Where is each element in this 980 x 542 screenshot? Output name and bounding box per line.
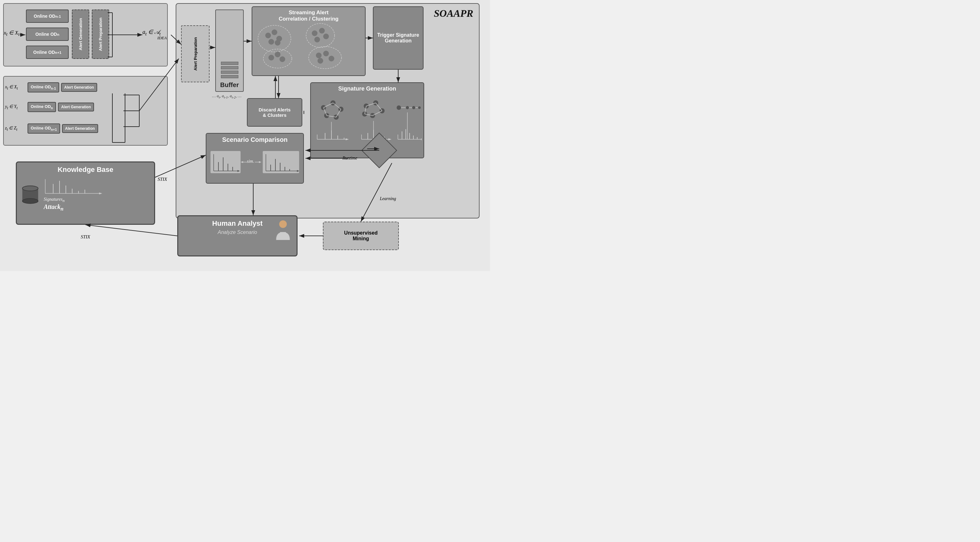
person-icon — [274, 219, 292, 243]
discard-label: Discard Alerts& Clusters — [259, 107, 291, 118]
unsupervised-box: UnsupervisedMining — [323, 222, 399, 250]
od-box-n-top: Online ODn — [26, 27, 69, 41]
svg-point-23 — [314, 37, 320, 42]
svg-point-32 — [318, 58, 323, 64]
alert-b3: Alert Generation — [62, 124, 98, 133]
bottom-row-3: zt ∈ Zt Online ODn+1 Alert Generation — [5, 123, 98, 134]
svg-rect-98 — [263, 151, 299, 173]
clustering-svg — [254, 21, 365, 70]
svg-point-17 — [269, 39, 274, 45]
svg-line-58 — [372, 111, 382, 116]
bottom-inputs-box: xt ∈ Xt Online ODn-1 Alert Generation yt… — [3, 76, 168, 146]
trigger-box: Trigger Signature Generation — [373, 6, 423, 70]
svg-rect-85 — [210, 151, 240, 173]
od-box-n1-top: Online ODn+1 — [26, 46, 69, 59]
idea-label: IDEA — [158, 35, 167, 40]
svg-marker-97 — [259, 161, 261, 163]
human-analyst-box: Human Analyst Analyze Scenario — [177, 215, 298, 257]
sig-gen-title: Signature Generation — [311, 83, 423, 92]
svg-point-107 — [279, 220, 287, 228]
stix-label-1: STIX — [158, 177, 167, 182]
svg-line-38 — [323, 103, 333, 108]
svg-point-3 — [22, 186, 38, 191]
svg-text:sim.: sim. — [247, 159, 254, 164]
buffer-lines — [221, 62, 239, 78]
svg-marker-84 — [421, 138, 422, 140]
xt-label-b1: xt ∈ Xt — [5, 84, 25, 91]
kb-title: Knowledge Base — [17, 163, 154, 174]
od-n1-b3: Online ODn+1 — [27, 123, 60, 134]
svg-point-21 — [319, 28, 325, 33]
svg-point-30 — [323, 51, 329, 56]
svg-rect-108 — [280, 232, 286, 240]
db-icon — [22, 185, 39, 205]
alert-prep-soaapr: Alert Preparation — [181, 26, 210, 82]
svg-line-138 — [86, 225, 177, 236]
svg-point-73 — [412, 106, 415, 109]
buffer-seq: … at, at-1, at-2, … — [212, 93, 241, 99]
kb-box: Knowledge Base — [16, 161, 155, 225]
svg-marker-50 — [346, 138, 349, 140]
svg-point-71 — [406, 106, 409, 109]
yt-label-b2: yt ∈ Yt — [5, 104, 25, 110]
svg-point-69 — [397, 105, 401, 110]
alert-prep-top: Alert Preparation — [92, 10, 109, 59]
svg-point-15 — [272, 29, 277, 35]
svg-point-29 — [316, 53, 321, 58]
svg-line-40 — [336, 109, 341, 117]
trigger-title: Trigger Signature Generation — [376, 32, 420, 44]
diagram-container: SOAAPR Online ODn-1 Online ODn Online OD… — [0, 0, 490, 271]
scenario-title: Scenario Comparison — [206, 134, 303, 143]
svg-line-57 — [376, 103, 382, 111]
svg-point-13 — [258, 26, 291, 52]
discard-box: Discard Alerts& Clusters — [247, 98, 302, 127]
buffer-box: Buffer — [215, 10, 244, 92]
svg-line-39 — [333, 103, 341, 109]
svg-marker-95 — [240, 161, 243, 163]
runtime-label: Runtime — [342, 156, 357, 161]
scenario-box: Scenario Comparison sim. — [206, 133, 304, 183]
svg-point-14 — [265, 33, 271, 38]
alert-gen-top: Alert Generation — [72, 10, 89, 59]
svg-point-28 — [309, 46, 342, 69]
od-n1-b1: Online ODn-1 — [27, 82, 59, 92]
learning-label: Learning — [380, 196, 396, 201]
svg-point-19 — [306, 24, 334, 48]
alert-b1: Alert Generation — [61, 83, 97, 92]
stix-label-2: STIX — [81, 234, 90, 240]
svg-point-22 — [323, 33, 329, 39]
od-box-n-1-top: Online ODn-1 — [26, 10, 69, 23]
svg-point-20 — [312, 30, 318, 36]
svg-marker-68 — [388, 138, 391, 140]
zt-label-b3: zt ∈ Zt — [5, 125, 25, 132]
svg-point-2 — [22, 199, 38, 204]
buffer-label: Buffer — [220, 81, 239, 89]
unsupervised-label: UnsupervisedMining — [344, 230, 378, 242]
svg-point-18 — [275, 40, 280, 46]
streaming-title: Streaming AlertCorrelation / Clustering — [252, 7, 365, 22]
scenario-svg: sim. — [209, 150, 302, 183]
svg-point-27 — [280, 56, 285, 62]
kb-chart — [44, 178, 107, 197]
bottom-row-1: xt ∈ Xt Online ODn-1 Alert Generation — [5, 82, 97, 92]
xt-label-top: xt ∈ Xt — [4, 29, 19, 37]
svg-point-25 — [269, 55, 274, 61]
soaapr-label: SOAAPR — [434, 8, 473, 19]
alert-b2: Alert Generation — [58, 102, 94, 112]
svg-point-31 — [329, 56, 334, 61]
svg-point-75 — [418, 106, 421, 109]
streaming-box: Streaming AlertCorrelation / Clustering — [251, 6, 366, 76]
svg-marker-12 — [99, 193, 102, 194]
od-n-b2: Online ODn — [27, 102, 56, 112]
bottom-row-2: yt ∈ Yt Online ODn Alert Generation — [5, 102, 94, 112]
svg-point-26 — [275, 52, 280, 57]
